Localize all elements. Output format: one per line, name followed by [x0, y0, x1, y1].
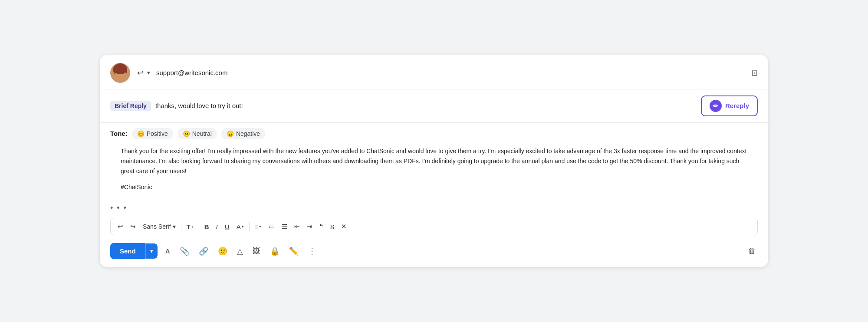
more-icon: ⋮: [308, 246, 316, 256]
brief-reply-bar: Brief Reply thanks, would love to try it…: [100, 89, 768, 123]
tone-negative-button[interactable]: 😠 Negative: [221, 128, 265, 139]
pencil-icon: ✏️: [289, 246, 299, 256]
link-button[interactable]: 🔗: [197, 245, 210, 258]
neutral-emoji: 😐: [183, 130, 190, 137]
more-options-button[interactable]: ⋮: [306, 245, 318, 258]
image-button[interactable]: 🖼: [251, 245, 262, 257]
undo-button[interactable]: ↩: [115, 221, 126, 232]
positive-label: Positive: [147, 130, 168, 137]
dots-row: • • •: [100, 201, 768, 215]
rereply-label: Rereply: [725, 102, 749, 109]
toolbar-divider-2: [199, 222, 199, 231]
email-paragraph: Thank you for the exciting offer! I'm re…: [121, 146, 747, 176]
text-color-button[interactable]: A▾: [234, 221, 247, 232]
dots-icon: • • •: [110, 204, 127, 212]
header-right: ⊡: [751, 68, 758, 78]
strikethrough-button[interactable]: S: [327, 221, 337, 232]
underline-button[interactable]: U: [222, 221, 232, 232]
negative-label: Negative: [236, 130, 260, 137]
neutral-label: Neutral: [192, 130, 212, 137]
pencil-button[interactable]: ✏️: [287, 245, 300, 258]
toolbar-divider-1: [181, 222, 181, 231]
paperclip-icon: 📎: [180, 246, 189, 256]
brief-reply-badge: Brief Reply: [110, 101, 151, 111]
expand-icon[interactable]: ⊡: [751, 69, 758, 77]
font-selector[interactable]: Sans Serif ▾: [140, 221, 178, 232]
emoji-button[interactable]: 🙂: [216, 245, 229, 258]
negative-emoji: 😠: [227, 130, 234, 137]
send-button[interactable]: Send: [110, 243, 145, 259]
clear-format-button[interactable]: ✕: [339, 221, 349, 232]
email-body: Thank you for the exciting offer! I'm re…: [110, 145, 758, 197]
link-icon: 🔗: [199, 246, 208, 256]
indent-decrease-button[interactable]: ⇤: [292, 221, 302, 232]
brief-reply-text: thanks, would love to try it out!: [155, 102, 243, 109]
tone-section: Tone: 😊 Positive 😐 Neutral 😠 Negative Th…: [100, 123, 768, 201]
redo-button[interactable]: ↪: [128, 221, 138, 232]
align-button[interactable]: ≡▾: [252, 221, 264, 232]
emoji-icon: 🙂: [218, 246, 227, 256]
ordered-list-button[interactable]: ≔: [266, 221, 277, 232]
email-address: support@writesonic.com: [156, 69, 227, 76]
text-size-button[interactable]: T↕: [184, 221, 196, 232]
drive-button[interactable]: △: [235, 245, 245, 258]
positive-emoji: 😊: [137, 130, 145, 137]
indent-increase-button[interactable]: ⇥: [304, 221, 315, 232]
text-format-icon-button[interactable]: A: [164, 246, 172, 256]
attachment-button[interactable]: 📎: [178, 245, 191, 258]
toolbar-divider-3: [249, 222, 250, 231]
formatting-toolbar: ↩ ↪ Sans Serif ▾ T↕ B I U A▾ ≡▾ ≔ ☰ ⇤ ⇥ …: [110, 218, 758, 235]
image-icon: 🖼: [253, 246, 260, 256]
bold-button[interactable]: B: [202, 221, 212, 232]
send-button-group: Send ▾: [110, 243, 158, 259]
send-dropdown-button[interactable]: ▾: [145, 243, 158, 259]
italic-button[interactable]: I: [214, 221, 220, 232]
action-bar-right: 🗑: [746, 245, 758, 257]
chevron-down-icon[interactable]: ▾: [147, 69, 150, 76]
triangle-icon: △: [237, 246, 243, 256]
brief-reply-left: Brief Reply thanks, would love to try it…: [110, 101, 243, 111]
trash-icon: 🗑: [748, 246, 756, 256]
delete-button[interactable]: 🗑: [746, 245, 758, 257]
tone-row: Tone: 😊 Positive 😐 Neutral 😠 Negative: [110, 128, 758, 139]
back-icon[interactable]: ↩: [137, 68, 144, 78]
tone-label: Tone:: [110, 130, 128, 137]
lock-button[interactable]: 🔒: [268, 245, 281, 258]
font-name: Sans Serif: [143, 223, 171, 230]
svg-point-2: [113, 64, 127, 74]
action-bar: Send ▾ A 📎 🔗 🙂 △ 🖼 🔒 ✏️ ⋮: [100, 238, 768, 267]
lock-icon: 🔒: [270, 246, 279, 256]
unordered-list-button[interactable]: ☰: [279, 221, 290, 232]
rereply-icon: ✏: [710, 100, 722, 112]
rereply-button[interactable]: ✏ Rereply: [701, 95, 758, 116]
font-chevron-icon: ▾: [173, 223, 176, 230]
blockquote-button[interactable]: ❝: [317, 221, 326, 232]
tone-positive-button[interactable]: 😊 Positive: [132, 128, 173, 139]
underline-a-icon: A: [165, 247, 170, 255]
avatar: [110, 63, 130, 83]
header-nav: ↩ ▾ support@writesonic.com: [137, 68, 227, 78]
tone-neutral-button[interactable]: 😐 Neutral: [178, 128, 217, 139]
email-header: ↩ ▾ support@writesonic.com ⊡: [100, 55, 768, 89]
email-hashtag: #ChatSonic: [121, 182, 747, 192]
